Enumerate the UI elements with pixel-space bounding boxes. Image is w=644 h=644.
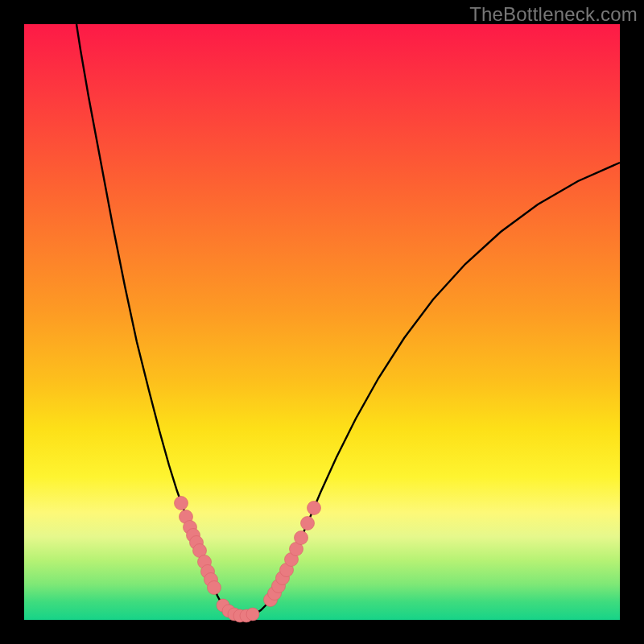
chart-svg bbox=[24, 24, 620, 620]
data-point bbox=[308, 502, 321, 515]
dot-cluster-right bbox=[264, 502, 321, 607]
data-point bbox=[208, 581, 221, 595]
watermark-text: TheBottleneck.com bbox=[469, 3, 638, 26]
bottleneck-curve bbox=[76, 24, 620, 616]
dot-cluster-left bbox=[175, 497, 221, 595]
data-point bbox=[295, 531, 308, 545]
data-point bbox=[301, 517, 315, 530]
dot-cluster-bottom bbox=[217, 599, 259, 622]
outer-frame: TheBottleneck.com bbox=[0, 0, 644, 644]
data-point bbox=[246, 608, 259, 621]
plot-area bbox=[24, 24, 620, 620]
data-point bbox=[175, 497, 188, 510]
